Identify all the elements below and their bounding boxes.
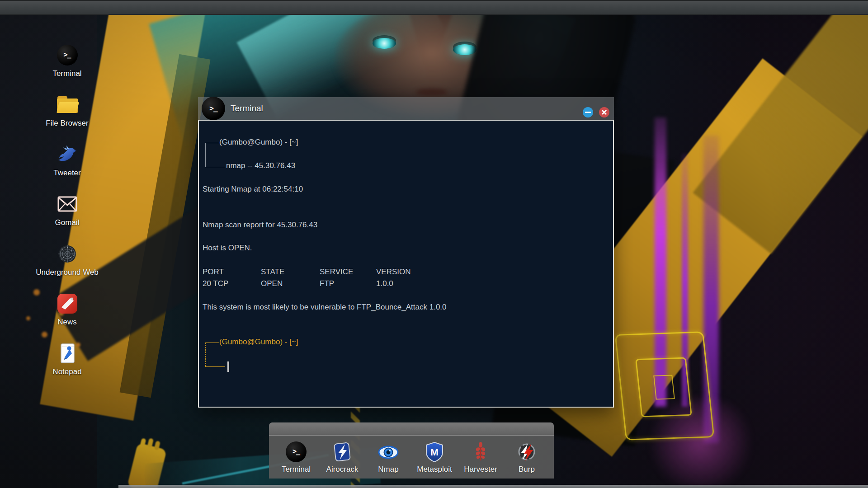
top-system-bar xyxy=(0,0,868,15)
vulnerability-line: This system is most likely to be vulnera… xyxy=(203,303,447,312)
news-icon xyxy=(57,293,78,314)
prompt-tree-line xyxy=(205,143,206,167)
desktop-icon-label: Terminal xyxy=(52,69,81,78)
wallpaper-neon-cube-core xyxy=(653,375,675,399)
desktop-icon-notepad[interactable]: Notepad xyxy=(39,343,95,389)
header-port: PORT xyxy=(203,267,261,277)
shield-icon: M xyxy=(424,441,445,463)
dock-item-metasploit[interactable]: M Metasploit xyxy=(411,436,458,479)
terminal-icon: >_ xyxy=(286,441,307,462)
terminal-prompt-current: (Gumbo@Gumbo) - [~] xyxy=(199,338,606,379)
wallpaper-magenta-streak xyxy=(682,154,688,407)
notepad-icon xyxy=(57,343,78,364)
desktop-icon-underground-web[interactable]: Underground Web xyxy=(39,243,95,290)
terminal-window: >_ Terminal (Gumbo@Gumbo) - [~] nmap -- … xyxy=(198,97,614,408)
dock-item-label: Harvester xyxy=(464,465,497,474)
terminal-titlebar[interactable]: >_ Terminal xyxy=(198,97,614,120)
terminal-icon: >_ xyxy=(57,45,78,66)
prompt-tree-line xyxy=(205,343,219,343)
dock-item-label: Burp xyxy=(519,465,535,474)
desktop-icon-file-browser[interactable]: File Browser xyxy=(39,94,95,141)
eye-icon xyxy=(377,441,399,463)
dock-item-harvester[interactable]: Harvester xyxy=(458,436,504,479)
desktop-icon-label: News xyxy=(57,318,77,327)
wallpaper-lips xyxy=(416,89,448,96)
dock: >_ Terminal Airocrack xyxy=(269,435,554,479)
wallpaper-yellow-band-right-2 xyxy=(693,0,868,254)
minimize-button[interactable] xyxy=(583,107,593,117)
wallpaper-yellow-band-left-shadow xyxy=(120,54,211,398)
terminal-body[interactable]: (Gumbo@Gumbo) - [~] nmap -- 45.30.76.43 … xyxy=(198,120,614,408)
cell-version: 1.0.0 xyxy=(376,279,393,288)
bird-icon xyxy=(57,144,78,165)
prompt-tree-line xyxy=(205,143,219,143)
airocrack-icon xyxy=(331,441,353,463)
wheat-icon xyxy=(470,441,491,463)
dock-item-label: Airocrack xyxy=(326,465,359,474)
nmap-report-line: Nmap scan report for 45.30.76.43 xyxy=(203,221,317,230)
desktop-icon-terminal[interactable]: >_ Terminal xyxy=(39,44,95,91)
spiderweb-icon xyxy=(57,243,78,265)
terminal-prompt-previous: (Gumbo@Gumbo) - [~] nmap -- 45.30.76.43 xyxy=(199,138,606,179)
terminal-window-icon: >_ xyxy=(202,97,225,120)
scan-table-row: 20 TCP OPEN FTP 1.0.0 xyxy=(203,279,393,288)
wallpaper-yellow-glove xyxy=(127,443,167,488)
wallpaper-orange-dot xyxy=(26,316,30,320)
desktop-icon-label: Underground Web xyxy=(36,268,99,277)
desktop-icon-label: Tweeter xyxy=(53,169,80,178)
scan-table-header: PORT STATE SERVICE VERSION xyxy=(203,267,411,277)
prompt-tree-line xyxy=(205,167,225,167)
dock-item-label: Terminal xyxy=(282,465,311,474)
header-version: VERSION xyxy=(376,267,411,277)
desktop-icon-tweeter[interactable]: Tweeter xyxy=(39,144,95,191)
terminal-window-title: Terminal xyxy=(231,103,263,113)
prompt-tree-line xyxy=(205,343,206,366)
svg-text:M: M xyxy=(430,447,439,457)
dock-item-burp[interactable]: Burp xyxy=(504,436,550,479)
prompt-user: (Gumbo@Gumbo) - [~] xyxy=(219,338,298,347)
cell-state: OPEN xyxy=(261,279,320,288)
envelope-icon xyxy=(57,193,78,215)
dock-handle-strip[interactable] xyxy=(269,422,554,435)
terminal-cursor xyxy=(227,361,229,372)
lightning-burst-icon xyxy=(516,441,538,463)
dock-item-airocrack[interactable]: Airocrack xyxy=(319,436,365,479)
cell-port: 20 TCP xyxy=(203,279,261,288)
host-status-line: Host is OPEN. xyxy=(203,244,252,253)
desktop-icon-label: Notepad xyxy=(52,367,81,376)
dock-item-label: Metasploit xyxy=(417,465,452,474)
header-service: SERVICE xyxy=(320,267,376,277)
wallpaper-eye-right xyxy=(453,44,476,55)
bottom-edge-strip xyxy=(118,485,868,488)
desktop-icon-label: File Browser xyxy=(46,119,88,128)
wallpaper-neon-cube-inner xyxy=(635,357,692,417)
prompt-tree-line xyxy=(205,366,225,367)
dock-item-nmap[interactable]: Nmap xyxy=(365,436,411,479)
prompt-command: nmap -- 45.30.76.43 xyxy=(226,161,295,170)
header-state: STATE xyxy=(261,267,320,277)
desktop: >_ Terminal File Browser Tweeter Gom xyxy=(0,0,868,488)
desktop-icon-news[interactable]: News xyxy=(39,293,95,340)
close-button[interactable] xyxy=(599,107,609,117)
wallpaper-magenta-streak xyxy=(703,136,719,443)
wallpaper-neon-cube-outer xyxy=(614,331,714,441)
dock-item-label: Nmap xyxy=(378,465,398,474)
folder-icon xyxy=(57,96,78,113)
wallpaper-magenta-glow xyxy=(642,398,760,488)
prompt-user: (Gumbo@Gumbo) - [~] xyxy=(219,138,298,147)
desktop-icon-label: Gomail xyxy=(55,218,80,227)
nmap-starting-line: Starting Nmap at 06:22:54:10 xyxy=(203,185,303,194)
dock-item-terminal[interactable]: >_ Terminal xyxy=(273,436,319,479)
desktop-icon-gomail[interactable]: Gomail xyxy=(39,193,95,240)
wallpaper-magenta-streak xyxy=(655,117,666,407)
cell-service: FTP xyxy=(320,279,376,288)
wallpaper-eye-left xyxy=(373,38,396,49)
